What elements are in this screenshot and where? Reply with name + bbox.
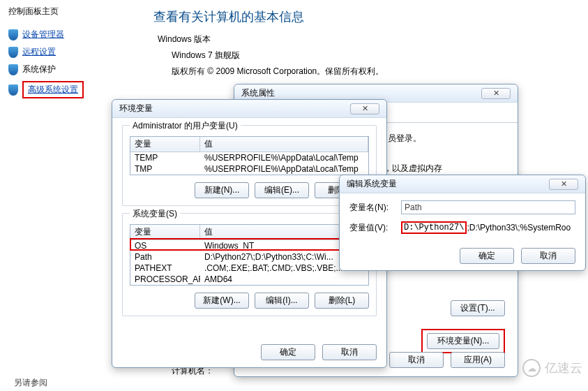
shield-icon (8, 47, 18, 58)
sys-var-row[interactable]: OS Windows_NT (130, 240, 368, 251)
shield-icon (8, 84, 18, 96)
user-var-row[interactable]: TEMP %USERPROFILE%\AppData\Local\Temp (130, 152, 368, 163)
path-value-rest: ;D:\Python33\;%SystemRoo (467, 223, 571, 233)
sys-var-row[interactable]: PATHEXT .COM;.EXE;.BAT;.CMD;.VBS;.VBE;..… (130, 263, 368, 274)
edit-sys-var-button[interactable]: 编辑(I)... (255, 293, 309, 309)
envvars-button-highlight: 环境变量(N)... (421, 329, 505, 353)
user-vars-legend: Administrator 的用户变量(U) (130, 120, 241, 132)
sys-var-row[interactable]: PROCESSOR_AR... AMD64 (130, 274, 368, 285)
sidebar-list: 设备管理器 远程设置 系统保护 高级系统设置 (6, 26, 134, 101)
shield-icon (8, 64, 18, 75)
list-header: 变量 值 (130, 137, 368, 152)
system-vars-list[interactable]: 变量 值 OS Windows_NT Path D:\Python27\;D:\… (130, 224, 369, 286)
close-button[interactable]: ✕ (549, 179, 578, 190)
delete-sys-var-button[interactable]: 删除(L) (315, 293, 369, 309)
sidebar-item-advanced-system-settings[interactable]: 高级系统设置 (6, 78, 134, 101)
apply-button[interactable]: 应用(A) (451, 352, 505, 368)
new-user-var-button[interactable]: 新建(N)... (195, 182, 249, 198)
sidebar-item-label: 远程设置 (22, 46, 56, 58)
edit-title: 编辑系统变量 (347, 178, 549, 190)
path-value-highlight: D:\Python27\ (401, 221, 467, 234)
control-panel-sidebar: 控制面板主页 设备管理器 远程设置 系统保护 高级系统设置 (0, 0, 140, 101)
sidebar-item-label: 设备管理器 (22, 29, 64, 40)
page-heading: 查看有关计算机的基本信息 (151, 3, 588, 34)
new-sys-var-button[interactable]: 新建(W)... (195, 293, 249, 309)
sidebar-see-also: 另请参阅 (14, 377, 47, 389)
ok-button[interactable]: 确定 (460, 248, 514, 264)
sidebar-item-remote-settings[interactable]: 远程设置 (6, 43, 134, 61)
user-vars-list[interactable]: 变量 值 TEMP %USERPROFILE%\AppData\Local\Te… (130, 136, 369, 175)
var-value-input[interactable]: D:\Python27\;D:\Python33\;%SystemRoo (401, 221, 575, 234)
windows-edition-heading: Windows 版本 (151, 34, 588, 45)
cancel-button[interactable]: 取消 (322, 344, 377, 360)
copyright-line: 版权所有 © 2009 Microsoft Corporation。保留所有权利… (151, 66, 588, 78)
close-button[interactable]: ✕ (481, 88, 511, 99)
sidebar-item-device-manager[interactable]: 设备管理器 (6, 26, 134, 43)
windows-edition-value: Windows 7 旗舰版 (151, 50, 588, 61)
environment-variables-button[interactable]: 环境变量(N)... (427, 333, 499, 349)
edit-titlebar: 编辑系统变量 ✕ (340, 175, 585, 193)
var-value-label: 变量值(V): (349, 222, 401, 234)
var-name-input[interactable] (401, 200, 575, 214)
env-footer-buttons: 确定 取消 (261, 344, 377, 360)
edit-footer-buttons: 确定 取消 (340, 248, 585, 271)
env-titlebar: 环境变量 ✕ (112, 100, 386, 118)
sidebar-title: 控制面板主页 (6, 6, 134, 17)
shield-icon (8, 29, 18, 40)
var-name-label: 变量名(N): (349, 202, 401, 214)
cancel-button[interactable]: 取消 (521, 248, 575, 264)
system-vars-legend: 系统变量(S) (130, 208, 180, 220)
edit-system-variable-dialog: 编辑系统变量 ✕ 变量名(N): 变量值(V): D:\Python27\;D:… (339, 175, 586, 271)
settings-button[interactable]: 设置(T)... (451, 300, 505, 316)
sysprop-title: 系统属性 (241, 87, 481, 99)
watermark: ☁ 亿速云 (522, 359, 582, 377)
sidebar-item-label: 系统保护 (22, 64, 56, 75)
sidebar-item-system-protection[interactable]: 系统保护 (6, 61, 134, 78)
sys-var-row-path[interactable]: Path D:\Python27\;D:\Python33\;C:\Wi... (130, 251, 368, 263)
col-var: 变量 (130, 225, 200, 239)
edit-user-var-button[interactable]: 编辑(E)... (255, 182, 309, 198)
col-var: 变量 (130, 137, 200, 152)
cancel-button[interactable]: 取消 (389, 352, 444, 368)
ok-button[interactable]: 确定 (261, 344, 315, 360)
watermark-text: 亿速云 (545, 360, 582, 376)
col-val: 值 (200, 137, 368, 152)
edit-body: 变量名(N): 变量值(V): D:\Python27\;D:\Python33… (340, 193, 585, 248)
user-var-row[interactable]: TMP %USERPROFILE%\AppData\Local\Temp (130, 163, 368, 175)
watermark-icon: ☁ (522, 359, 541, 377)
sidebar-item-label: 高级系统设置 (28, 84, 78, 94)
env-title: 环境变量 (119, 103, 350, 115)
close-button[interactable]: ✕ (350, 103, 379, 115)
list-header: 变量 值 (130, 225, 368, 240)
